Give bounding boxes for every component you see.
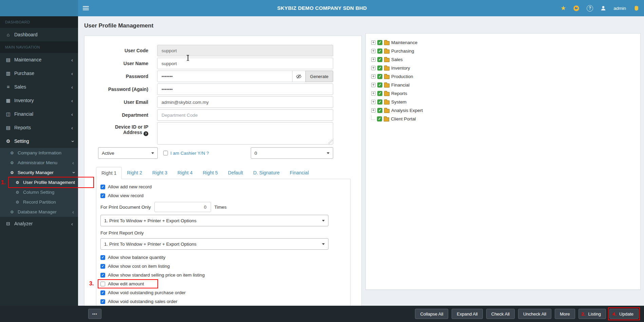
sidebar-item-dashboard[interactable]: ⌂ Dashboard [0,28,78,41]
tree-node-inventory: + ✓ Inventory [370,64,636,72]
user-email-input[interactable] [157,96,333,108]
tree-checkbox[interactable]: ✓ [377,40,382,45]
expand-icon[interactable]: + [371,108,376,113]
tree-node-label[interactable]: System [391,99,406,105]
status-select[interactable]: Active [98,147,158,159]
username[interactable]: admin [613,6,626,11]
sidebar-item-setting[interactable]: ⚙ Setting ‹ [0,134,78,148]
sidebar-item-inventory[interactable]: ▦ Inventory ‹ [0,94,78,107]
update-button[interactable]: 4. Update [609,309,639,319]
checkbox-allow-add-new-record[interactable]: ✓ [100,185,105,189]
tree-node-label[interactable]: Financial [391,82,410,88]
listing-button[interactable]: 2. Listing [579,309,606,319]
tree-node-label[interactable]: Purchasing [391,49,414,54]
expand-icon[interactable]: + [371,40,376,45]
tree-node-label[interactable]: Inventory [391,65,410,71]
folder-icon [384,50,390,54]
app-icon[interactable] [573,5,580,12]
tree-checkbox[interactable]: ✓ [377,49,382,54]
print-document-label: For Print Document Only [100,205,151,210]
tree-checkbox[interactable]: ✓ [377,99,382,105]
expand-icon[interactable]: + [371,49,376,53]
sidebar-item-user-profile-management[interactable]: ⚙ User Profile Management 1. [0,177,78,187]
checkbox-allow-view-record[interactable]: ✓ [100,193,105,198]
tab-right-2[interactable]: Right 2 [122,167,147,179]
tree-checkbox[interactable]: ✓ [377,91,382,96]
tree-node-label[interactable]: Sales [391,57,403,62]
tree-node-label[interactable]: Production [391,74,413,79]
tree-checkbox[interactable]: ✓ [377,108,382,113]
generate-password-button[interactable]: Generate [305,71,333,82]
sidebar-item-label: Purchase [14,71,34,76]
device-id-textarea[interactable] [157,122,333,145]
sidebar: DASHBOARD ⌂ Dashboard MAIN NAVIGATION ▤ … [0,16,78,322]
checkbox-allow-void-outstanding-purchase-order[interactable]: ✓ [100,290,105,295]
sidebar-item-company-information[interactable]: ⚙ Company Information [0,148,78,158]
more-button[interactable]: More [555,309,575,319]
folder-icon [384,67,390,71]
tree-node-reports: + ✓ Reports [370,89,636,98]
uncheck-all-button[interactable]: Uncheck All [518,309,551,319]
sidebar-item-record-partition[interactable]: ⚙ Record Partition [0,197,78,207]
checkbox-allow-show-cost[interactable]: ✓ [100,264,105,269]
user-name-input[interactable] [157,58,333,69]
sidebar-item-maintenance[interactable]: ▤ Maintenance ‹ [0,53,78,67]
expand-icon[interactable]: + [371,74,376,79]
tab-right-4[interactable]: Right 4 [172,167,197,179]
tab-financial[interactable]: Financial [285,167,314,179]
checkbox-allow-show-balance-quantity[interactable]: ✓ [100,255,105,260]
tree-checkbox[interactable]: ✓ [377,82,382,88]
user-avatar[interactable] [600,5,606,11]
sidebar-item-purchase[interactable]: ▥ Purchase ‹ [0,67,78,80]
password-again-input[interactable] [157,83,333,95]
tree-node-label[interactable]: Analysis Expert [391,108,423,113]
sidebar-toggle-button[interactable] [78,0,94,16]
checkbox-allow-edit-amount[interactable] [100,282,105,286]
print-document-option-select[interactable]: 1. Print To Window + Printer + Export Op… [100,215,328,226]
expand-icon[interactable]: + [371,91,376,96]
help-icon[interactable]: ? [587,5,593,12]
tree-checkbox[interactable]: ✓ [377,74,382,79]
sidebar-item-sales[interactable]: ≡ Sales ‹ [0,80,78,94]
expand-icon[interactable]: + [371,66,376,70]
checkbox-allow-show-standard-selling-price[interactable]: ✓ [100,273,105,278]
password-input[interactable] [157,71,292,82]
tab-d-signature[interactable]: D. Signature [248,167,285,179]
collapse-all-button[interactable]: Collapse All [415,309,448,319]
expand-icon[interactable]: + [371,100,376,104]
tree-node-label[interactable]: Client Portal [391,116,416,121]
print-report-option-select[interactable]: 1. Print To Window + Printer + Export Op… [100,238,328,250]
tree-checkbox[interactable]: ✓ [377,65,382,71]
tab-right-5[interactable]: Right 5 [197,167,223,179]
user-code-input[interactable] [157,45,333,56]
more-options-button[interactable]: ••• [88,309,101,319]
sidebar-item-financial[interactable]: ◫ Financial ‹ [0,107,78,121]
check-all-button[interactable]: Check All [486,309,515,319]
cashier-count-select[interactable]: 0 [251,147,333,159]
cashier-checkbox[interactable] [163,151,168,155]
expand-all-button[interactable]: Expand All [452,309,482,319]
hand-icon[interactable] [633,5,639,11]
tree-node-label[interactable]: Maintenance [391,40,417,45]
sidebar-item-analyzer[interactable]: ⊟ Analyzer ‹ [0,217,78,230]
expand-icon[interactable]: + [371,83,376,87]
department-input[interactable] [157,109,333,121]
tree-checkbox[interactable]: ✓ [377,116,382,121]
sidebar-item-security-manager[interactable]: ⚙ Security Manager ‹ [0,168,78,177]
expand-icon[interactable]: + [371,57,376,62]
tab-right-3[interactable]: Right 3 [147,167,172,179]
tree-checkbox[interactable]: ✓ [377,57,382,62]
sidebar-item-label: Column Setting [23,190,54,195]
print-document-count-input[interactable] [154,202,211,212]
sidebar-item-database-manager[interactable]: ⚙ Database Manager ‹ [0,207,78,217]
sidebar-item-reports[interactable]: ▤ Reports ‹ [0,121,78,134]
sidebar-item-administrator-menu[interactable]: ⚙ Administrator Menu ‹ [0,158,78,168]
toggle-password-visibility-button[interactable] [292,71,306,82]
tree-node-label[interactable]: Reports [391,91,407,96]
cashier-option[interactable]: I am Cashier Y/N ? [163,151,209,156]
checkbox-allow-void-outstanding-sales-order[interactable]: ✓ [100,299,105,304]
tab-right-1[interactable]: Right 1 [96,167,122,179]
tab-default[interactable]: Default [223,167,248,179]
star-icon[interactable]: ★ [561,4,566,12]
sidebar-item-column-setting[interactable]: ⚙ Column Setting [0,187,78,197]
